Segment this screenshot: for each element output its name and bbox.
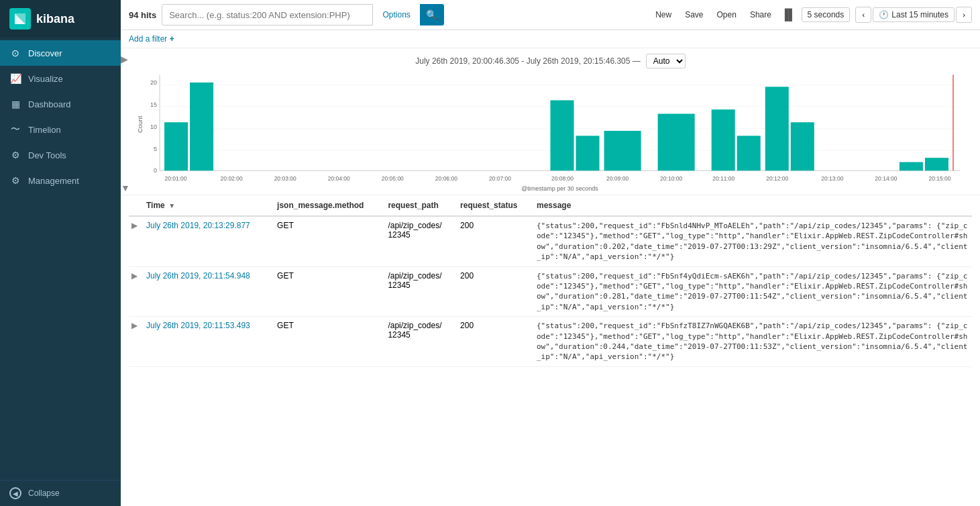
svg-text:10: 10 [150, 123, 157, 130]
chart-date-range: July 26th 2019, 20:00:46.305 - July 26th… [415, 56, 641, 66]
results-table: Time ▼ json_message.method request_path … [129, 195, 972, 367]
svg-text:0: 0 [154, 167, 157, 174]
row-status: 200 [456, 266, 533, 317]
sidebar-item-management[interactable]: ⚙ Management [0, 168, 121, 193]
table-row: ▶ July 26th 2019, 20:11:53.493 GET /api/… [129, 317, 972, 367]
sidebar: kibana ⊙ Discover 📈 Visualize ▦ Dashboar… [0, 0, 121, 506]
filter-bar: Add a filter + [121, 30, 980, 48]
bar-0 [164, 122, 188, 170]
chart-collapse-arrow[interactable]: ▶ [121, 54, 128, 64]
svg-text:20:05:00: 20:05:00 [382, 175, 404, 182]
sort-icon: ▼ [168, 202, 175, 209]
time-range-selector[interactable]: 🕐 Last 15 minutes [873, 7, 955, 22]
save-button[interactable]: Save [681, 7, 707, 22]
row-time: July 26th 2019, 20:11:54.948 [142, 266, 273, 317]
sidebar-item-timelion[interactable]: 〜 Timelion [0, 117, 121, 142]
chart-area: ▶ July 26th 2019, 20:00:46.305 - July 26… [121, 48, 980, 195]
row-expand-toggle[interactable]: ▶ [129, 317, 142, 367]
collapse-circle-icon: ◀ [9, 487, 21, 499]
clock-icon: 🕐 [879, 10, 889, 19]
sidebar-item-discover[interactable]: ⊙ Discover [0, 40, 121, 66]
svg-text:20:09:00: 20:09:00 [606, 175, 629, 182]
row-method: GET [273, 317, 384, 367]
main-content: 94 hits Options 🔍 New Save Open Share ▐▌… [121, 0, 980, 506]
discover-icon: ⊙ [9, 47, 21, 59]
row-message: {"status":200,"request_id":"FbSnld4NHvP_… [533, 216, 972, 266]
column-path[interactable]: request_path [384, 195, 456, 216]
table-body: ▶ July 26th 2019, 20:13:29.877 GET /api/… [129, 216, 972, 366]
column-status[interactable]: request_status [456, 195, 533, 216]
add-filter-label: Add a filter [129, 34, 167, 44]
dashboard-icon: ▦ [9, 98, 21, 110]
svg-text:20:15:00: 20:15:00 [928, 175, 950, 182]
topbar: 94 hits Options 🔍 New Save Open Share ▐▌… [121, 0, 980, 30]
bar-13 [737, 136, 761, 170]
row-path: /api/zip_codes/ 12345 [384, 317, 456, 367]
management-icon: ⚙ [9, 174, 21, 187]
sidebar-item-label-devtools: Dev Tools [28, 150, 66, 160]
options-button[interactable]: Options [378, 7, 414, 22]
svg-text:5: 5 [154, 145, 157, 152]
refresh-interval-selector[interactable]: 5 seconds [802, 7, 851, 22]
column-expand [129, 195, 142, 216]
bar-11 [658, 114, 695, 171]
chart-container: 0 5 10 15 20 [134, 71, 967, 192]
sidebar-logo[interactable]: kibana [0, 0, 121, 38]
table-row: ▶ July 26th 2019, 20:13:29.877 GET /api/… [129, 216, 972, 266]
row-message: {"status":200,"request_id":"FbSnf4yQdiEc… [533, 266, 972, 317]
table-header-row: Time ▼ json_message.method request_path … [129, 195, 972, 216]
chart-header: July 26th 2019, 20:00:46.305 - July 26th… [129, 54, 972, 68]
hits-count: 94 hits [129, 10, 156, 20]
svg-text:20:04:00: 20:04:00 [328, 175, 350, 182]
time-range-label: Last 15 minutes [891, 10, 948, 19]
row-expand-toggle[interactable]: ▶ [129, 266, 142, 317]
column-time[interactable]: Time ▼ [142, 195, 273, 216]
svg-text:20: 20 [150, 79, 157, 86]
svg-text:20:11:00: 20:11:00 [712, 175, 734, 182]
open-button[interactable]: Open [713, 7, 741, 22]
search-icon: 🔍 [426, 9, 437, 20]
bar-8 [551, 100, 574, 170]
time-navigation: ‹ 🕐 Last 15 minutes › [855, 7, 972, 23]
search-input[interactable] [162, 4, 373, 26]
svg-text:20:03:00: 20:03:00 [274, 175, 296, 182]
svg-text:20:12:00: 20:12:00 [766, 175, 788, 182]
devtools-icon: ⚙ [9, 149, 21, 161]
sidebar-item-label-visualize: Visualize [28, 74, 63, 84]
svg-text:20:10:00: 20:10:00 [660, 175, 682, 182]
sidebar-item-label-timelion: Timelion [28, 125, 61, 135]
new-button[interactable]: New [651, 7, 675, 22]
row-time: July 26th 2019, 20:11:53.493 [142, 317, 273, 367]
sidebar-item-label-dashboard: Dashboard [28, 99, 71, 109]
row-method: GET [273, 266, 384, 317]
chart-expand-arrow[interactable]: ▼ [121, 183, 130, 193]
add-filter-button[interactable]: Add a filter + [129, 34, 174, 44]
row-status: 200 [456, 317, 533, 367]
column-method[interactable]: json_message.method [273, 195, 384, 216]
bar-1 [190, 83, 213, 170]
collapse-label: Collapse [28, 489, 60, 498]
row-status: 200 [456, 216, 533, 266]
row-method: GET [273, 216, 384, 266]
row-expand-toggle[interactable]: ▶ [129, 216, 142, 266]
sidebar-collapse-button[interactable]: ◀ Collapse [0, 480, 121, 506]
kibana-logo-icon [9, 8, 31, 30]
row-message: {"status":200,"request_id":"FbSnfzT8IZ7n… [533, 317, 972, 367]
table-row: ▶ July 26th 2019, 20:11:54.948 GET /api/… [129, 266, 972, 317]
time-next-button[interactable]: › [956, 7, 972, 23]
sidebar-item-devtools[interactable]: ⚙ Dev Tools [0, 142, 121, 168]
divider-bars-icon: ▐▌ [781, 9, 796, 21]
time-prev-button[interactable]: ‹ [855, 7, 871, 23]
column-message[interactable]: message [533, 195, 972, 216]
svg-text:20:13:00: 20:13:00 [821, 175, 843, 182]
interval-select[interactable]: Auto [646, 54, 686, 68]
sidebar-item-dashboard[interactable]: ▦ Dashboard [0, 91, 121, 117]
timelion-icon: 〜 [9, 123, 21, 136]
search-button[interactable]: 🔍 [420, 4, 444, 26]
sidebar-item-visualize[interactable]: 📈 Visualize [0, 66, 121, 91]
bar-9 [576, 136, 600, 170]
histogram-chart: 0 5 10 15 20 [134, 71, 967, 192]
sidebar-item-label-discover: Discover [28, 48, 62, 58]
share-button[interactable]: Share [746, 7, 775, 22]
svg-text:20:14:00: 20:14:00 [875, 175, 897, 182]
